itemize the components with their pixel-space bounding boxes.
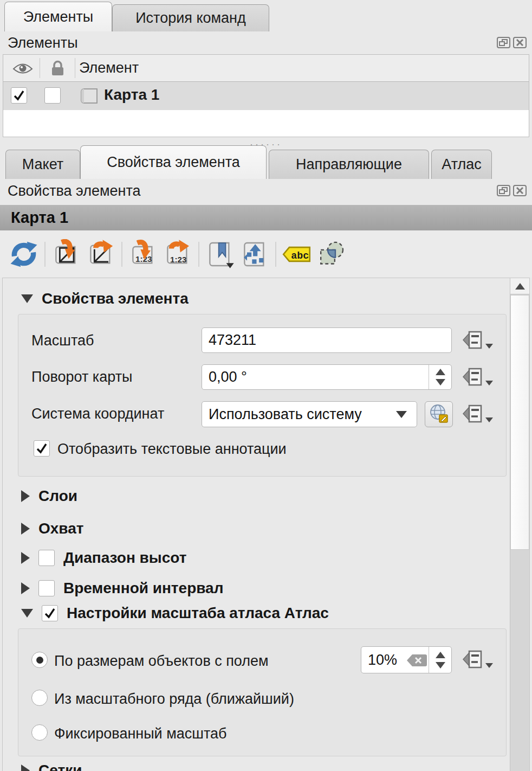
toolbar-separator [198, 242, 199, 267]
temporal-range-checkbox[interactable] [38, 580, 55, 596]
item-column-header: Элемент [79, 60, 139, 76]
items-panel-title: Элементы [8, 35, 78, 52]
close-panel-icon[interactable] [512, 36, 527, 49]
section-title: Сетки [38, 762, 82, 771]
expand-arrow-icon [21, 490, 30, 502]
section-elevation-range[interactable]: Диапазон высот [21, 549, 186, 567]
section-extents[interactable]: Охват [21, 520, 83, 537]
set-map-extent-button[interactable] [49, 237, 83, 272]
margin-value: 10% [368, 652, 397, 669]
toolbar-separator [121, 242, 122, 267]
float-panel-icon[interactable] [496, 36, 511, 49]
margin-around-features-radio[interactable] [31, 652, 48, 668]
crs-value: Использовать систему [209, 406, 362, 423]
svg-text:abc: abc [291, 250, 309, 261]
properties-panel-title: Свойства элемента [8, 183, 141, 200]
atlas-scaling-checkbox[interactable] [42, 605, 58, 621]
svg-text:1:23: 1:23 [170, 255, 186, 264]
visibility-column-eye-icon [12, 62, 34, 78]
tab-command-history[interactable]: История команд [112, 4, 269, 31]
items-table: Элемент Карта 1 [3, 54, 529, 137]
crs-label: Система координат [31, 406, 164, 422]
annotations-label: Отобразить текстовые аннотации [57, 441, 287, 458]
rotation-label: Поворот карты [31, 369, 132, 386]
scroll-up-icon [515, 283, 525, 290]
tab-atlas[interactable]: Атлас [431, 150, 492, 179]
refresh-map-button[interactable] [7, 237, 41, 272]
items-table-header: Элемент [3, 55, 529, 82]
properties-panel-titlebar: Свойства элемента [0, 179, 532, 203]
spin-up-icon[interactable] [436, 369, 445, 375]
spin-up-icon[interactable] [436, 652, 445, 658]
spin-down-icon[interactable] [436, 662, 445, 669]
section-title: Охват [38, 520, 83, 537]
margin-data-defined-button[interactable] [463, 648, 493, 670]
tab-atlas-label: Атлас [442, 156, 481, 173]
margin-spin-buttons[interactable] [429, 647, 451, 673]
tab-guides-label: Направляющие [296, 156, 402, 173]
expand-arrow-icon [21, 582, 30, 594]
combo-arrow-icon [396, 411, 407, 418]
labeling-settings-button[interactable]: abc [280, 237, 314, 272]
section-atlas-scaling[interactable]: Настройки масштаба атласа Атлас [21, 605, 329, 622]
margin-spinbox[interactable]: 10% [361, 646, 452, 673]
selected-item-name: Карта 1 [11, 209, 68, 227]
section-title: Свойства элемента [42, 290, 189, 307]
fixed-scale-label: Фиксированный масштаб [54, 725, 227, 742]
scrollbar-thumb[interactable] [510, 295, 529, 550]
spin-down-icon[interactable] [436, 379, 445, 386]
map-toolbar: 1:23 1:23 abc [0, 230, 532, 278]
tab-items-label: Элементы [23, 9, 94, 25]
tab-items[interactable]: Элементы [4, 2, 112, 31]
section-title: Настройки масштаба атласа Атлас [67, 605, 329, 622]
select-crs-button[interactable] [425, 401, 453, 427]
scrollbar-up-button[interactable] [510, 278, 529, 294]
map1-visibility-checkbox[interactable] [11, 87, 27, 104]
rotation-data-defined-button[interactable] [463, 366, 493, 388]
elevation-range-checkbox[interactable] [38, 550, 55, 566]
dropdown-caret-icon [485, 381, 493, 386]
scale-input[interactable]: 473211 [202, 327, 452, 353]
selected-item-header: Карта 1 [0, 205, 532, 230]
toolbar-separator [44, 242, 46, 267]
rotation-spin-buttons[interactable] [429, 365, 451, 389]
map-item-icon [79, 87, 99, 107]
scale-data-defined-button[interactable] [463, 329, 493, 351]
section-grids[interactable]: Сетки [21, 762, 82, 771]
crs-data-defined-button[interactable] [463, 403, 493, 425]
crs-combobox[interactable]: Использовать систему [202, 401, 417, 427]
view-scale-in-canvas-button[interactable]: 1:23 [160, 237, 195, 272]
section-layers[interactable]: Слои [21, 487, 77, 505]
scale-label: Масштаб [31, 332, 94, 349]
view-extent-in-canvas-button[interactable] [83, 237, 118, 272]
section-title: Временной интервал [63, 580, 223, 597]
layout-tabbar: Макет Свойства элемента Направляющие Атл… [0, 145, 532, 179]
clear-value-icon[interactable] [406, 653, 427, 671]
fixed-scale-radio[interactable] [31, 724, 48, 741]
rotation-spinbox[interactable]: 0,00 ° [202, 364, 452, 390]
move-map-content-button[interactable] [237, 237, 272, 272]
annotations-checkbox[interactable] [34, 440, 50, 457]
section-item-properties[interactable]: Свойства элемента [21, 290, 189, 307]
section-title: Слои [38, 487, 77, 505]
tab-layout[interactable]: Макет [5, 150, 80, 179]
set-map-scale-button[interactable]: 1:23 [126, 237, 160, 272]
vertical-scrollbar[interactable] [510, 278, 529, 771]
close-panel-icon[interactable] [512, 184, 527, 197]
expand-arrow-icon [21, 552, 30, 564]
tab-guides[interactable]: Направляющие [269, 150, 429, 179]
predefined-scales-radio[interactable] [31, 690, 48, 706]
margin-around-features-label: По размерам объектов с полем [54, 653, 269, 670]
scale-value: 473211 [209, 332, 256, 349]
dropdown-caret-icon [485, 417, 493, 422]
section-temporal-range[interactable]: Временной интервал [21, 580, 223, 597]
tab-item-properties[interactable]: Свойства элемента [80, 145, 267, 179]
map1-lock-checkbox[interactable] [44, 87, 61, 104]
clipping-settings-button[interactable] [314, 237, 349, 272]
bookmark-extent-button[interactable] [203, 237, 237, 272]
float-panel-icon[interactable] [496, 184, 511, 197]
tab-history-label: История команд [135, 10, 246, 27]
lock-column-lock-icon [50, 60, 65, 79]
item-row-map1[interactable]: Карта 1 [3, 82, 529, 110]
predefined-scales-label: Из масштабного ряда (ближайший) [54, 691, 294, 708]
